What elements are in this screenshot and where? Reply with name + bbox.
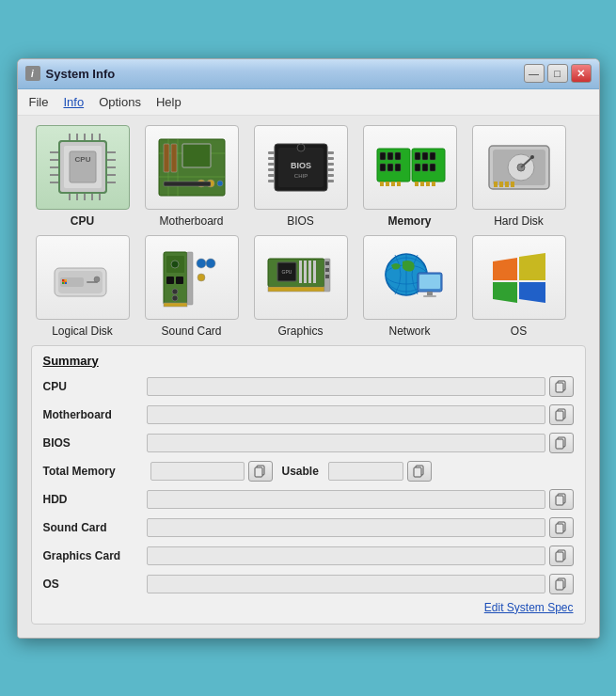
copy-btn-graphicscard[interactable]	[549, 546, 574, 566]
edit-system-spec-link[interactable]: Edit System Spec	[484, 601, 574, 614]
icon-label-cpu: CPU	[71, 214, 94, 228]
titlebar: i System Info — □ ✕	[18, 59, 599, 89]
svg-rect-72	[415, 182, 419, 186]
icon-cell-graphics[interactable]: GPU	[249, 235, 353, 338]
svg-rect-62	[386, 182, 389, 186]
copy-btn-cpu[interactable]	[549, 376, 574, 397]
icon-box-logicaldisk	[36, 235, 130, 320]
copy-btn-os[interactable]	[549, 574, 574, 594]
menu-help[interactable]: Help	[149, 92, 189, 112]
icon-box-memory	[363, 125, 457, 210]
icon-label-graphics: Graphics	[277, 324, 323, 338]
svg-text:CHIP: CHIP	[293, 173, 307, 179]
icon-label-motherboard: Motherboard	[159, 214, 223, 228]
copy-btn-bios[interactable]	[549, 433, 574, 453]
svg-rect-125	[419, 275, 440, 289]
icon-cell-soundcard[interactable]: Sound Card	[140, 235, 244, 338]
svg-rect-133	[556, 439, 563, 449]
summary-row-motherboard: Motherboard	[43, 403, 574, 426]
svg-rect-143	[556, 552, 563, 562]
svg-text:GPU: GPU	[281, 269, 292, 275]
svg-rect-67	[422, 152, 428, 160]
icon-box-cpu: CPU	[36, 125, 130, 210]
icon-box-bios: BIOS CHIP	[254, 125, 348, 210]
summary-input-totalmemory	[150, 462, 245, 481]
svg-rect-61	[380, 182, 384, 186]
minimize-button[interactable]: —	[524, 64, 545, 83]
summary-input-bios	[147, 434, 545, 452]
copy-btn-hdd[interactable]	[549, 489, 574, 510]
summary-label-bios: BIOS	[43, 436, 147, 450]
svg-rect-100	[176, 277, 183, 284]
svg-rect-48	[327, 163, 334, 166]
icon-cell-cpu[interactable]: CPU	[31, 125, 134, 228]
icon-cell-bios[interactable]: BIOS CHIP BIOS	[249, 125, 353, 228]
svg-point-98	[171, 261, 179, 268]
summary-input-graphicscard	[147, 546, 545, 565]
icon-box-os	[472, 235, 566, 320]
app-icon: i	[25, 66, 40, 81]
summary-input-os	[147, 575, 545, 593]
close-button[interactable]: ✕	[571, 64, 592, 83]
icon-box-soundcard	[145, 235, 239, 320]
svg-rect-45	[268, 180, 275, 182]
svg-rect-60	[395, 164, 401, 171]
svg-rect-32	[171, 144, 177, 172]
icon-cell-os[interactable]: OS	[467, 235, 571, 338]
icon-cell-network[interactable]: Network	[358, 235, 462, 338]
icon-box-motherboard	[145, 125, 239, 210]
svg-rect-126	[427, 292, 433, 295]
copy-btn-soundcard[interactable]	[549, 517, 574, 538]
svg-rect-127	[423, 295, 436, 297]
menu-info[interactable]: Info	[55, 92, 91, 112]
icon-label-network: Network	[388, 324, 430, 338]
svg-rect-36	[164, 182, 211, 186]
copy-btn-motherboard[interactable]	[549, 404, 574, 425]
svg-rect-84	[505, 182, 509, 187]
svg-rect-46	[327, 151, 334, 154]
summary-input-motherboard	[147, 405, 545, 424]
svg-rect-115	[268, 287, 324, 292]
svg-rect-129	[556, 383, 563, 392]
svg-rect-75	[432, 182, 435, 186]
copy-btn-totalmemory[interactable]	[248, 461, 273, 482]
svg-rect-118	[325, 268, 329, 272]
svg-text:BIOS: BIOS	[290, 161, 310, 170]
icon-label-logicaldisk: Logical Disk	[52, 324, 113, 338]
summary-label-totalmemory: Total Memory	[43, 465, 147, 478]
menu-options[interactable]: Options	[91, 92, 149, 112]
svg-rect-135	[255, 467, 262, 477]
maximize-button[interactable]: □	[547, 64, 568, 83]
svg-text:CPU: CPU	[74, 155, 90, 164]
svg-rect-68	[430, 152, 435, 160]
menu-file[interactable]: File	[22, 92, 56, 112]
svg-rect-103	[164, 303, 187, 307]
svg-rect-111	[299, 261, 302, 283]
svg-point-35	[217, 181, 223, 186]
svg-rect-119	[325, 275, 329, 278]
svg-rect-69	[415, 164, 420, 171]
copy-btn-usable[interactable]	[407, 461, 432, 482]
summary-section: Summary CPU Motherboard	[31, 345, 586, 625]
summary-row-os: OS	[43, 573, 574, 595]
edit-link-container: Edit System Spec	[43, 601, 574, 614]
icon-label-os: OS	[511, 324, 527, 338]
svg-rect-30	[182, 144, 211, 167]
icon-cell-motherboard[interactable]: Motherboard	[140, 125, 244, 228]
usable-label: Usable	[282, 465, 319, 478]
svg-rect-85	[511, 182, 514, 187]
svg-rect-139	[556, 496, 563, 505]
svg-rect-83	[499, 182, 503, 187]
svg-rect-59	[387, 164, 393, 171]
svg-rect-55	[380, 152, 386, 160]
icon-cell-harddisk[interactable]: Hard Disk	[467, 125, 571, 228]
svg-rect-57	[395, 152, 401, 160]
svg-rect-70	[422, 164, 428, 171]
icon-cell-logicaldisk[interactable]: Logical Disk	[31, 235, 134, 338]
svg-point-105	[197, 259, 206, 268]
main-content: CPU	[18, 116, 599, 638]
svg-rect-41	[268, 157, 275, 160]
svg-rect-92	[65, 279, 67, 281]
window-controls: — □ ✕	[524, 64, 592, 83]
icon-cell-memory[interactable]: Memory	[358, 125, 462, 228]
